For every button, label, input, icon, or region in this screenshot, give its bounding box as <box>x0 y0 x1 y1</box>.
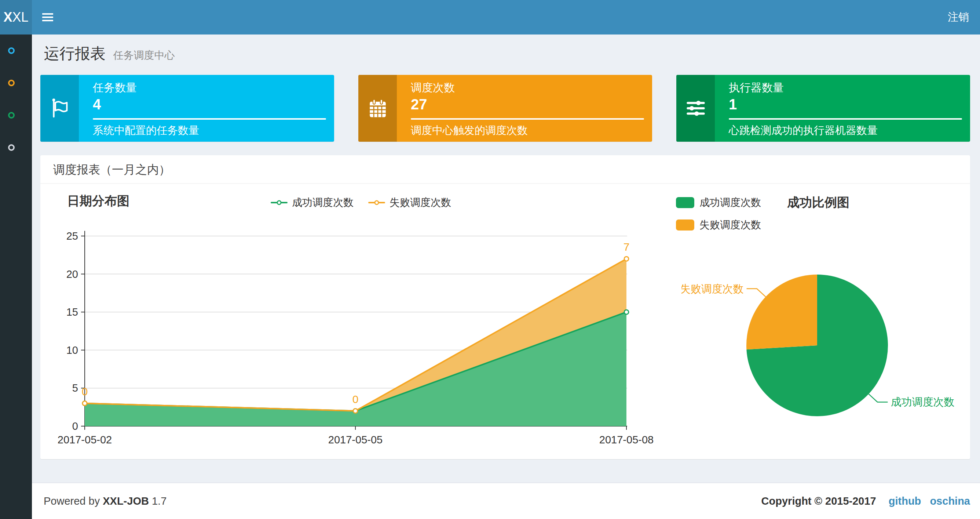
footer: Powered by XXL-JOB 1.7 Copyright © 2015-… <box>32 483 980 519</box>
app-logo[interactable]: XXL <box>0 0 32 35</box>
svg-text:0: 0 <box>72 420 78 432</box>
content-area: 运行报表 任务调度中心 任务数量 4 系统中配置的任务数量 <box>32 35 980 483</box>
svg-text:0: 0 <box>352 393 359 405</box>
progress-bar <box>93 118 326 120</box>
sidebar-item-3[interactable] <box>0 99 32 131</box>
progress-bar <box>411 118 644 120</box>
pie-chart-svg: 成功调度次数失败调度次数 <box>681 263 971 436</box>
line-chart-svg: 05101520252017-05-022017-05-052017-05-08… <box>40 220 682 452</box>
line-marker-icon <box>270 202 288 203</box>
report-panel: 调度报表（一月之内） 日期分布图 成功调度次数 失败调度次数 051015202… <box>40 155 970 459</box>
svg-text:10: 10 <box>66 344 78 356</box>
circle-icon <box>8 112 15 118</box>
page-header: 运行报表 任务调度中心 <box>32 35 980 64</box>
svg-text:0: 0 <box>82 385 88 398</box>
stat-value: 1 <box>729 96 962 113</box>
sidebar <box>0 35 32 519</box>
github-link[interactable]: github <box>889 495 921 507</box>
logo-rest: XL <box>12 10 28 25</box>
line-chart-legend: 成功调度次数 失败调度次数 <box>270 196 451 209</box>
sidebar-item-1[interactable] <box>0 35 32 67</box>
calendar-icon <box>358 75 397 142</box>
copyright: Copyright © 2015-2017 github oschina <box>761 495 970 507</box>
page-title: 运行报表 <box>44 45 106 62</box>
svg-text:2017-05-05: 2017-05-05 <box>328 434 383 446</box>
circle-icon <box>8 144 15 151</box>
oschina-link[interactable]: oschina <box>930 495 970 507</box>
circle-icon <box>8 47 15 54</box>
legend-item-success[interactable]: 成功调度次数 <box>270 196 353 209</box>
sliders-icon <box>676 75 715 142</box>
bars-icon <box>42 13 53 15</box>
circle-icon <box>8 80 15 86</box>
svg-text:25: 25 <box>66 230 78 242</box>
svg-text:失败调度次数: 失败调度次数 <box>681 283 744 295</box>
legend-item-fail[interactable]: 失败调度次数 <box>676 218 761 232</box>
legend-item-fail[interactable]: 失败调度次数 <box>368 196 451 209</box>
navbar: 注销 <box>32 0 980 35</box>
svg-text:20: 20 <box>66 268 78 280</box>
pie-slice-fail <box>746 275 817 350</box>
menu-toggle-button[interactable] <box>42 9 59 26</box>
svg-text:5: 5 <box>72 382 78 394</box>
svg-text:成功调度次数: 成功调度次数 <box>891 396 955 408</box>
logo-bold: X <box>3 10 12 25</box>
stat-card-triggers: 调度次数 27 调度中心触发的调度次数 <box>358 75 652 142</box>
stat-value: 4 <box>93 96 326 113</box>
page-subtitle: 任务调度中心 <box>113 50 175 61</box>
progress-bar <box>729 118 962 120</box>
sidebar-item-4[interactable] <box>0 131 32 164</box>
stat-card-jobs: 任务数量 4 系统中配置的任务数量 <box>40 75 334 142</box>
line-marker-icon <box>368 202 385 203</box>
stat-label: 执行器数量 <box>729 81 962 94</box>
stat-card-executors: 执行器数量 1 心跳检测成功的执行器机器数量 <box>676 75 970 142</box>
panel-title: 调度报表（一月之内） <box>40 155 970 184</box>
svg-text:2017-05-02: 2017-05-02 <box>57 434 112 446</box>
stat-label: 任务数量 <box>93 81 326 94</box>
stat-description: 调度中心触发的调度次数 <box>411 124 644 137</box>
stats-row: 任务数量 4 系统中配置的任务数量 <box>40 75 970 142</box>
flag-icon <box>40 75 79 142</box>
svg-text:15: 15 <box>66 306 78 318</box>
logout-link[interactable]: 注销 <box>948 10 969 25</box>
pie-chart-title: 成功比例图 <box>745 194 892 211</box>
stat-description: 心跳检测成功的执行器机器数量 <box>729 124 962 137</box>
square-marker-icon <box>676 197 694 208</box>
stat-label: 调度次数 <box>411 81 644 94</box>
stat-description: 系统中配置的任务数量 <box>93 124 326 137</box>
powered-by: Powered by XXL-JOB 1.7 <box>44 495 167 507</box>
top-navbar: XXL 注销 <box>0 0 980 35</box>
svg-text:7: 7 <box>624 241 630 253</box>
sidebar-item-2[interactable] <box>0 67 32 99</box>
square-marker-icon <box>676 219 694 230</box>
stat-value: 27 <box>411 96 644 113</box>
svg-text:2017-05-08: 2017-05-08 <box>599 434 654 446</box>
line-chart-title: 日期分布图 <box>67 193 129 209</box>
